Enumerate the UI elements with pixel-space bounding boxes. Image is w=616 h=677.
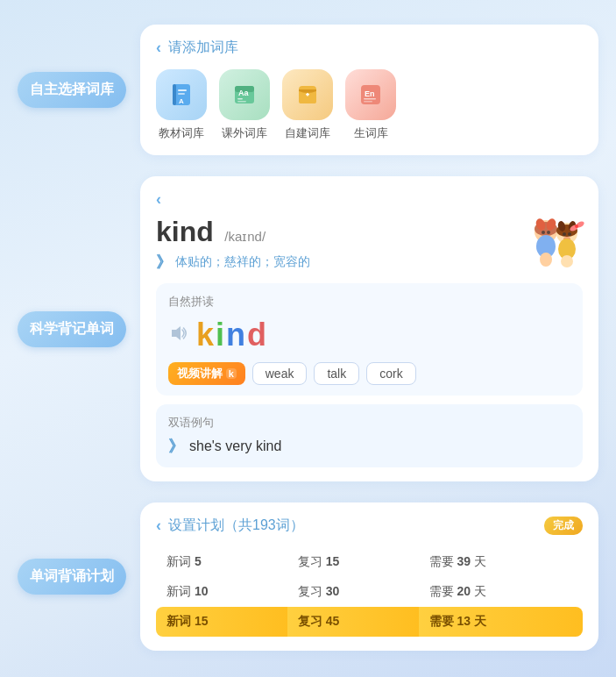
svg-point-31: [575, 224, 578, 228]
svg-point-32: [563, 232, 566, 236]
video-lecture-btn[interactable]: 视频讲解 k: [168, 362, 245, 385]
word-back-arrow-icon[interactable]: ‹: [156, 190, 161, 209]
textbook-svg-icon: A: [167, 81, 195, 109]
plan-back-arrow-icon[interactable]: ‹: [156, 517, 161, 535]
letter-n: n: [226, 317, 247, 353]
plan-row1-new: 新词 5: [156, 547, 287, 577]
word-study-card: ‹ kind /kaɪnd/ 》 体贴的；慈祥的；宽容的: [140, 176, 598, 481]
plan-row-2[interactable]: 新词 10 复习 30 需要 20 天: [156, 577, 583, 607]
example-text-row: 》 she's very kind: [168, 436, 570, 457]
word-info: kind /kaɪnd/ 》 体贴的；慈祥的；宽容的: [156, 216, 521, 273]
letter-d: d: [247, 317, 268, 353]
plan-title-left: ‹ 设置计划（共193词）: [156, 517, 304, 535]
plan-row1-review: 复习 15: [287, 547, 419, 577]
plan-table: 新词 5 复习 15 需要 39 天 新词 10 复习 30 需要 20 天 新…: [156, 547, 583, 637]
library-icon-textbook: A: [156, 69, 207, 120]
svg-point-24: [540, 253, 552, 267]
video-lecture-label: 视频讲解: [177, 367, 223, 380]
svg-point-36: [561, 255, 573, 267]
plan-row1-days: 需要 39 天: [419, 547, 583, 577]
word-card-header: ‹: [156, 190, 583, 209]
section-label-plan: 单词背诵计划: [18, 559, 126, 595]
phonics-word-row: kind: [168, 317, 570, 353]
library-label-custom: 自建词库: [285, 125, 330, 141]
svg-rect-15: [364, 101, 372, 103]
plan-row2-review: 复习 30: [287, 577, 419, 607]
video-key-label: k: [226, 368, 237, 379]
plan-row3-new: 新词 15: [156, 607, 287, 637]
library-icons-row: A 教材词库 Aa 课外词库: [156, 69, 583, 141]
svg-rect-2: [178, 89, 187, 91]
plan-row2-new: 新词 10: [156, 577, 287, 607]
library-item-extracurricular[interactable]: Aa 课外词库: [219, 69, 270, 141]
svg-text:Aa: Aa: [238, 89, 249, 97]
svg-marker-37: [172, 326, 181, 340]
svg-rect-8: [237, 98, 243, 100]
example-quote-icon: 》: [168, 436, 184, 457]
letter-i: i: [216, 317, 226, 353]
library-label-extracurricular: 课外词库: [222, 125, 267, 141]
library-label-newwords: 生词库: [354, 125, 388, 141]
svg-point-21: [547, 231, 550, 234]
svg-point-33: [568, 232, 571, 236]
newwords-svg-icon: En: [357, 81, 385, 109]
library-label-textbook: 教材词库: [159, 125, 204, 141]
library-icon-custom: [282, 69, 333, 120]
section-word-library: 自主选择词库 ‹ 请添加词库 A 教材词库: [18, 25, 598, 155]
letter-k: k: [196, 317, 216, 353]
svg-rect-1: [173, 84, 176, 105]
mascot-illustration: [521, 216, 583, 268]
related-word-weak[interactable]: weak: [252, 362, 308, 385]
related-word-talk[interactable]: talk: [314, 362, 359, 385]
word-phonetic: /kaɪnd/: [224, 229, 266, 244]
plan-row-3-highlight[interactable]: 新词 15 复习 45 需要 13 天: [156, 607, 583, 637]
plan-card-title: 设置计划（共193词）: [168, 517, 304, 535]
section-label-study: 科学背记单词: [18, 311, 126, 347]
plan-row3-review: 复习 45: [287, 607, 419, 637]
library-icon-newwords: En: [345, 69, 396, 120]
section-study-plan: 单词背诵计划 ‹ 设置计划（共193词） 完成 新词 5 复习 15 需要 39…: [18, 502, 598, 651]
library-item-custom[interactable]: 自建词库: [282, 69, 333, 141]
plan-row3-days: 需要 13 天: [419, 607, 583, 637]
library-icon-extracurricular: Aa: [219, 69, 270, 120]
plan-header-row: ‹ 设置计划（共193词） 完成: [156, 517, 583, 535]
word-title: kind: [156, 216, 214, 247]
library-item-newwords[interactable]: En 生词库: [345, 69, 396, 141]
mascot-svg: [521, 216, 587, 273]
example-label: 双语例句: [168, 415, 570, 431]
plan-row-1[interactable]: 新词 5 复习 15 需要 39 天: [156, 547, 583, 577]
svg-rect-11: [307, 93, 308, 96]
done-badge[interactable]: 完成: [544, 517, 583, 535]
plan-row2-days: 需要 20 天: [419, 577, 583, 607]
section-label-library: 自主选择词库: [18, 72, 126, 108]
plan-card: ‹ 设置计划（共193词） 完成 新词 5 复习 15 需要 39 天 新词 1…: [140, 502, 598, 651]
phonics-label: 自然拼读: [168, 294, 570, 310]
library-item-textbook[interactable]: A 教材词库: [156, 69, 207, 141]
word-meaning: 》 体贴的；慈祥的；宽容的: [156, 252, 521, 273]
phonics-word-display: kind: [196, 317, 268, 353]
svg-text:En: En: [365, 89, 375, 98]
word-title-row: kind /kaɪnd/: [156, 216, 521, 248]
library-card-header: ‹ 请添加词库: [156, 39, 583, 57]
library-card: ‹ 请添加词库 A 教材词库: [140, 25, 598, 155]
svg-rect-9: [237, 101, 246, 103]
phonics-box: 自然拼读 kind 视频讲解 k weak talk: [156, 283, 583, 396]
svg-rect-3: [178, 93, 185, 95]
section-word-study: 科学背记单词 ‹ kind /kaɪnd/ 》 体贴的；慈祥的；宽容的: [18, 176, 598, 481]
phonics-tags-row: 视频讲解 k weak talk cork: [168, 362, 570, 385]
example-sentence: she's very kind: [189, 438, 281, 454]
related-word-cork[interactable]: cork: [366, 362, 415, 385]
speaker-svg: [168, 324, 188, 343]
library-card-title: 请添加词库: [168, 39, 238, 57]
svg-text:A: A: [179, 97, 184, 105]
custom-svg-icon: [294, 81, 322, 109]
word-main-row: kind /kaɪnd/ 》 体贴的；慈祥的；宽容的: [156, 216, 583, 273]
example-box: 双语例句 》 she's very kind: [156, 404, 583, 467]
sound-icon[interactable]: [168, 324, 188, 347]
back-arrow-icon[interactable]: ‹: [156, 39, 161, 57]
extracurricular-svg-icon: Aa: [230, 81, 258, 109]
svg-rect-14: [364, 98, 376, 100]
svg-point-20: [542, 231, 545, 234]
sound-quote-icon: 》: [156, 252, 172, 273]
